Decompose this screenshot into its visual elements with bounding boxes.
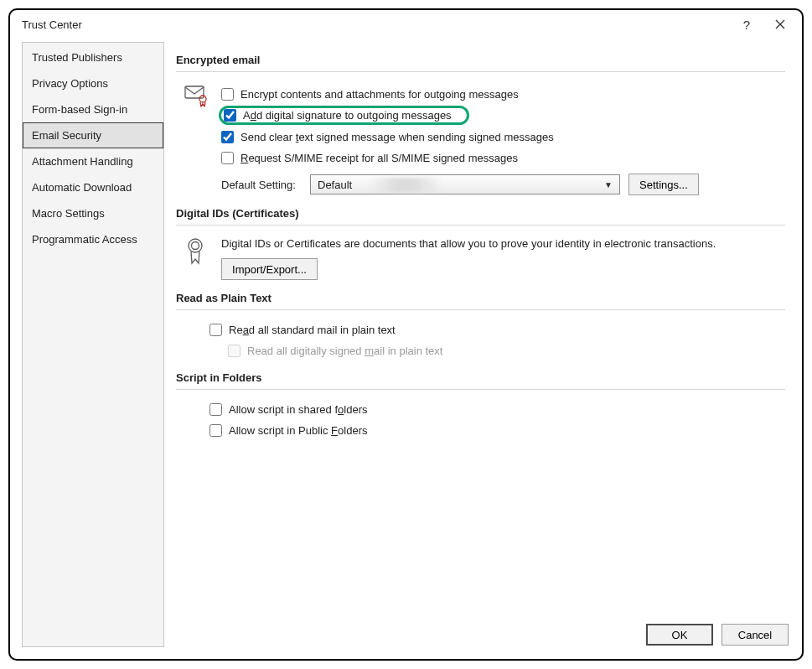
main-panel: Encrypted email Encry: [176, 42, 790, 647]
svg-point-1: [199, 96, 206, 102]
add-digital-signature-label: Add digital signature to outgoing messag…: [243, 109, 452, 122]
encrypt-contents-checkbox[interactable]: Encrypt contents and attachments for out…: [221, 85, 785, 103]
sidebar-item-form-based-sign-in[interactable]: Form-based Sign-in: [23, 96, 163, 122]
read-all-plain-text-checkbox[interactable]: Read all standard mail in plain text: [209, 320, 785, 339]
certificate-ribbon-icon: [184, 236, 209, 280]
allow-script-public-folders-label: Allow script in Public Folders: [229, 424, 367, 437]
section-heading-script-folders: Script in Folders: [176, 371, 785, 384]
cancel-button[interactable]: Cancel: [721, 624, 789, 646]
section-heading-encrypted-email: Encrypted email: [176, 54, 785, 66]
default-setting-label: Default Setting:: [221, 179, 302, 191]
sidebar-item-attachment-handling[interactable]: Attachment Handling: [23, 148, 163, 174]
sidebar-item-privacy-options[interactable]: Privacy Options: [23, 70, 163, 96]
request-smime-receipt-label: Request S/MIME receipt for all S/MIME si…: [240, 152, 518, 164]
sidebar-item-email-security[interactable]: Email Security: [23, 122, 163, 148]
envelope-seal-icon: [184, 82, 209, 195]
sidebar-item-macro-settings[interactable]: Macro Settings: [23, 200, 163, 226]
sidebar: Trusted Publishers Privacy Options Form-…: [22, 42, 164, 647]
allow-script-shared-folders-label: Allow script in shared folders: [229, 403, 367, 416]
sidebar-item-trusted-publishers[interactable]: Trusted Publishers: [23, 44, 163, 70]
request-smime-receipt-checkbox[interactable]: Request S/MIME receipt for all S/MIME si…: [221, 148, 785, 167]
help-icon[interactable]: ?: [730, 12, 763, 37]
section-heading-plain-text: Read as Plain Text: [176, 292, 785, 304]
section-heading-digital-ids: Digital IDs (Certificates): [176, 207, 785, 220]
sidebar-item-automatic-download[interactable]: Automatic Download: [23, 174, 163, 200]
svg-point-2: [189, 239, 202, 252]
allow-script-public-folders-checkbox[interactable]: Allow script in Public Folders: [209, 421, 785, 439]
titlebar: Trust Center ?: [10, 10, 802, 39]
sidebar-item-programmatic-access[interactable]: Programmatic Access: [23, 226, 163, 252]
svg-point-3: [192, 242, 199, 250]
read-signed-plain-text-checkbox: Read all digitally signed mail in plain …: [228, 341, 785, 360]
send-clear-text-checkbox[interactable]: Send clear text signed message when send…: [221, 127, 785, 146]
default-setting-combobox[interactable]: Default ▼: [310, 174, 620, 194]
trust-center-dialog: Trust Center ? Trusted Publishers Privac…: [8, 8, 804, 661]
close-icon[interactable]: [763, 12, 797, 37]
settings-button[interactable]: Settings...: [628, 174, 699, 195]
encrypt-contents-label: Encrypt contents and attachments for out…: [240, 88, 519, 101]
import-export-button[interactable]: Import/Export...: [221, 258, 318, 280]
ok-button[interactable]: OK: [646, 624, 713, 646]
add-digital-signature-checkbox[interactable]: [224, 109, 236, 122]
allow-script-shared-folders-checkbox[interactable]: Allow script in shared folders: [209, 400, 785, 418]
read-all-plain-text-label: Read all standard mail in plain text: [229, 324, 396, 336]
add-digital-signature-highlight: Add digital signature to outgoing messag…: [219, 106, 469, 125]
send-clear-text-label: Send clear text signed message when send…: [240, 131, 554, 143]
dialog-footer: OK Cancel: [176, 614, 790, 647]
digital-ids-description: Digital IDs or Certificates are document…: [221, 237, 785, 250]
dialog-title: Trust Center: [22, 18, 730, 31]
read-signed-plain-text-label: Read all digitally signed mail in plain …: [247, 345, 442, 357]
chevron-down-icon: ▼: [599, 180, 613, 189]
